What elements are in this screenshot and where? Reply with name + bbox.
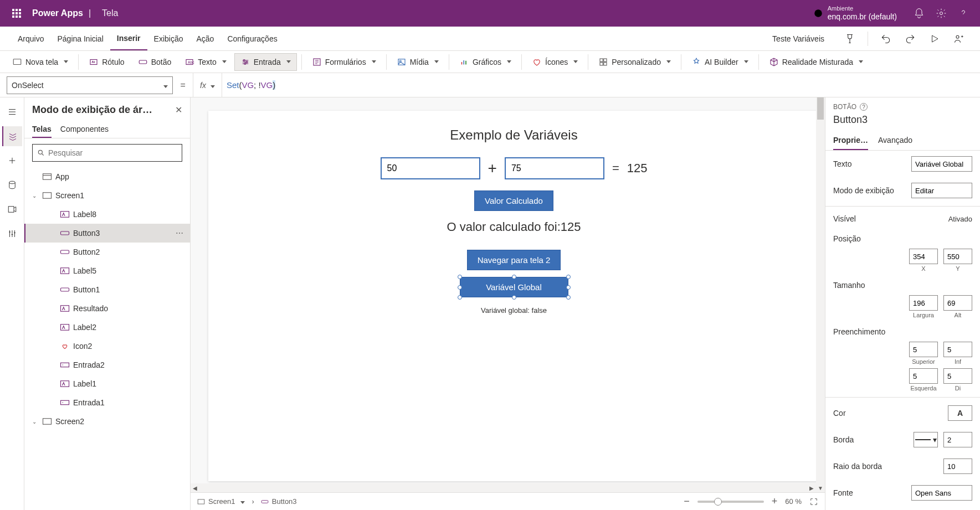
breadcrumb-control[interactable]: Button3	[261, 497, 297, 506]
prop-pad-bot[interactable]	[943, 342, 972, 357]
tab-componentes[interactable]: Componentes	[60, 121, 109, 138]
variavel-global-button[interactable]: Variável Global	[460, 277, 568, 297]
menu-configuracoes[interactable]: Configurações	[220, 27, 284, 50]
zoom-out-icon[interactable]: −	[684, 496, 690, 507]
tree-item-label8[interactable]: Label8	[24, 205, 190, 224]
vertical-scrollbar[interactable]: ▲▼	[816, 97, 825, 492]
ribbon-texto[interactable]: Abc Texto	[179, 53, 232, 71]
prop-visible-toggle[interactable]: Ativado	[948, 215, 972, 223]
close-icon[interactable]: ✕	[175, 105, 182, 115]
tab-propriedades[interactable]: Proprie…	[833, 131, 868, 150]
fx-icon[interactable]: fx	[193, 81, 222, 90]
tree-item-button1[interactable]: Button1	[24, 280, 190, 299]
prop-text-input[interactable]	[911, 156, 972, 172]
valor-calculado-button[interactable]: Valor Calculado	[474, 190, 553, 211]
rail-data-icon[interactable]	[2, 175, 22, 195]
tree-item-button2[interactable]: Button2	[24, 243, 190, 261]
rail-tree-view-icon[interactable]	[2, 126, 22, 146]
result-label: 125	[627, 161, 648, 176]
app-launcher-icon[interactable]	[6, 9, 28, 18]
ribbon-ai-builder[interactable]: AI Builder	[686, 53, 754, 71]
zoom-in-icon[interactable]: +	[772, 496, 778, 507]
prop-border-style[interactable]: ▾	[914, 432, 938, 447]
tree-item-resultado[interactable]: Resultado	[24, 299, 190, 318]
tree-item-app[interactable]: App	[24, 167, 190, 186]
svg-rect-3	[13, 59, 21, 64]
tree-search[interactable]	[32, 144, 182, 162]
redo-icon[interactable]	[900, 29, 920, 49]
menu-acao[interactable]: Ação	[189, 27, 220, 50]
svg-rect-14	[600, 59, 603, 61]
search-input[interactable]	[48, 148, 177, 157]
play-icon[interactable]	[925, 29, 945, 49]
tree-item-entrada1[interactable]: Entrada1	[24, 393, 190, 412]
rail-tools-icon[interactable]	[2, 224, 22, 244]
ribbon-botao[interactable]: Botão	[132, 53, 177, 71]
rail-insert-icon[interactable]	[2, 151, 22, 171]
svg-rect-29	[61, 324, 69, 331]
prop-color-picker[interactable]: A	[948, 405, 972, 421]
entrada1-input[interactable]	[381, 157, 480, 179]
formula-input[interactable]: Set(VG; !VG)	[222, 80, 980, 90]
help-icon[interactable]	[952, 2, 974, 24]
canvas-title: Exemplo de Variáveis	[253, 127, 775, 143]
rail-hamburger-icon[interactable]	[2, 102, 22, 122]
menu-pagina-inicial[interactable]: Página Inicial	[50, 27, 110, 50]
horizontal-scrollbar[interactable]: ◀▶	[191, 483, 816, 492]
ribbon-formularios[interactable]: Formulários	[306, 53, 382, 71]
navegar-button[interactable]: Navegar para tela 2	[467, 250, 561, 270]
environment-picker[interactable]: Ambiente enq.com.br (default)	[813, 5, 897, 22]
fit-screen-icon[interactable]	[809, 497, 818, 506]
app-checker-icon[interactable]	[840, 29, 860, 49]
ribbon-icones[interactable]: Ícones	[526, 53, 583, 71]
svg-point-18	[9, 181, 15, 184]
breadcrumb-screen[interactable]: Screen1	[197, 497, 245, 506]
prop-pad-left[interactable]	[909, 368, 938, 384]
zoom-slider[interactable]	[697, 501, 764, 503]
prop-border-width[interactable]	[943, 432, 972, 447]
tree-item-button3[interactable]: Button3⋯	[24, 224, 190, 243]
tree-item-label1[interactable]: Label1	[24, 374, 190, 393]
prop-pos-x[interactable]	[909, 249, 938, 264]
ribbon-rotulo[interactable]: Rótulo	[83, 53, 130, 71]
ribbon-nova-tela[interactable]: Nova tela	[7, 53, 74, 71]
prop-pad-right[interactable]	[943, 368, 972, 384]
menu-inserir[interactable]: Inserir	[110, 27, 147, 50]
ribbon-midia[interactable]: Mídia	[391, 53, 444, 71]
prop-font[interactable]	[911, 485, 972, 501]
tree-item-icon2[interactable]: Icon2	[24, 337, 190, 356]
tree-item-label5[interactable]: Label5	[24, 261, 190, 280]
entrada2-input[interactable]	[505, 157, 604, 179]
ribbon-personalizado[interactable]: Personalizado	[593, 53, 676, 71]
prop-pos-y[interactable]	[943, 249, 972, 264]
canvas-page[interactable]: Exemplo de Variáveis + = 125 Valor Calcu…	[208, 111, 819, 481]
rail-media-icon[interactable]	[2, 199, 22, 219]
more-icon[interactable]: ⋯	[176, 229, 184, 238]
tab-telas[interactable]: Telas	[32, 121, 52, 138]
help-badge-icon[interactable]: ?	[860, 103, 868, 111]
prop-display-input[interactable]	[911, 183, 972, 198]
property-selector[interactable]: OnSelect	[7, 76, 173, 94]
app-header: Power Apps | Tela Ambiente enq.com.br (d…	[0, 0, 980, 27]
prop-width[interactable]	[909, 295, 938, 311]
share-icon[interactable]	[949, 29, 969, 49]
ribbon-realidade-misturada[interactable]: Realidade Misturada	[763, 53, 869, 71]
ribbon-entrada[interactable]: Entrada	[234, 53, 297, 71]
tree-item-entrada2[interactable]: Entrada2	[24, 356, 190, 374]
tab-avancado[interactable]: Avançado	[878, 131, 912, 150]
tree-item-screen2[interactable]: ⌄ Screen2	[24, 412, 190, 431]
svg-point-1	[940, 12, 943, 15]
undo-icon[interactable]	[876, 29, 896, 49]
tree-item-label2[interactable]: Label2	[24, 318, 190, 337]
menu-arquivo[interactable]: Arquivo	[11, 27, 50, 50]
prop-border-radius[interactable]	[943, 459, 972, 474]
selected-control[interactable]: Variável Global	[460, 277, 568, 297]
prop-pad-top[interactable]	[909, 342, 938, 357]
svg-rect-26	[61, 268, 69, 274]
notifications-icon[interactable]	[908, 2, 930, 24]
tree-item-screen1[interactable]: ⌄ Screen1	[24, 186, 190, 205]
prop-height[interactable]	[943, 295, 972, 311]
settings-icon[interactable]	[930, 2, 952, 24]
menu-exibicao[interactable]: Exibição	[147, 27, 190, 50]
ribbon-graficos[interactable]: Gráficos	[454, 53, 517, 71]
